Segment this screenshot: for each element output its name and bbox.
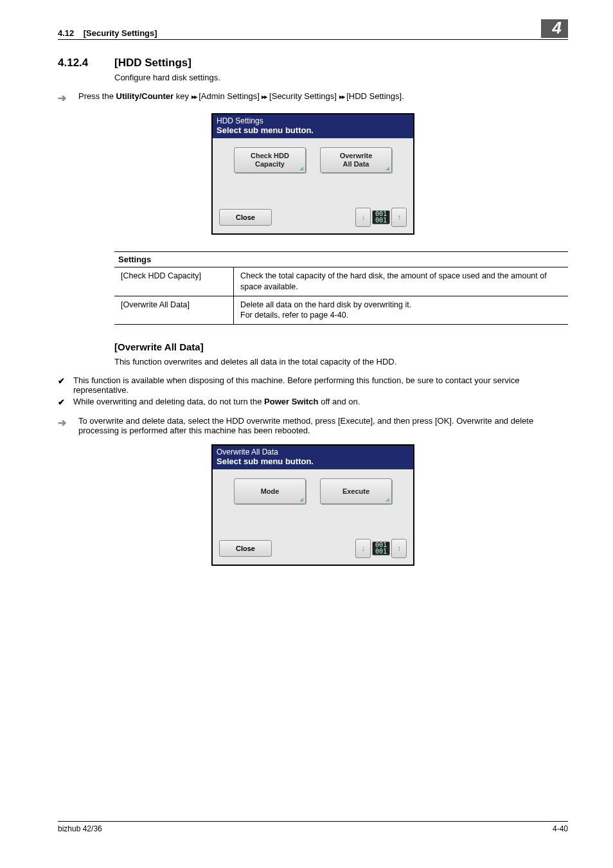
table-row: [Overwrite All Data] Delete all data on … bbox=[114, 296, 568, 325]
lcd1-subtitle: Select sub menu button. bbox=[217, 125, 409, 136]
execute-button[interactable]: Execute bbox=[320, 478, 392, 504]
header-section-number: 4.12 bbox=[58, 28, 74, 38]
dbl-arrow-icon: ▸▸ bbox=[191, 93, 197, 100]
mode-button[interactable]: Mode bbox=[234, 478, 306, 504]
section-number: 4.12.4 bbox=[58, 57, 114, 69]
settings-header: Settings bbox=[114, 251, 568, 267]
note-text-b: Power Switch bbox=[264, 397, 319, 406]
footer-right: 4-40 bbox=[553, 824, 568, 833]
lcd-panel-overwrite-all-data: Overwrite All Data Select sub menu butto… bbox=[211, 444, 414, 566]
subsection-intro: This function overwrites and deletes all… bbox=[114, 356, 568, 368]
lcd2-subtitle: Select sub menu button. bbox=[217, 457, 409, 467]
lcd2-title: Overwrite All Data bbox=[217, 448, 409, 457]
note-item: ✔ This function is available when dispos… bbox=[58, 375, 568, 395]
arrow-right-icon: ➔ bbox=[58, 417, 73, 429]
page-down-button[interactable]: ↓ bbox=[355, 208, 371, 227]
bc-rest: key bbox=[173, 91, 191, 101]
chapter-number-badge: 4 bbox=[541, 19, 568, 38]
bc3: [HDD Settings]. bbox=[346, 91, 404, 101]
note-text-c: off and on. bbox=[319, 397, 360, 406]
setting-name: [Overwrite All Data] bbox=[114, 296, 234, 325]
page-up-button[interactable]: ↑ bbox=[391, 539, 407, 558]
page-counter: 001 001 bbox=[372, 541, 390, 556]
page-footer: bizhub 42/36 4-40 bbox=[58, 821, 568, 833]
footer-left: bizhub 42/36 bbox=[58, 824, 102, 833]
bc2: [Security Settings] bbox=[269, 91, 337, 101]
section-title: [HDD Settings] bbox=[114, 57, 191, 69]
table-row: [Check HDD Capacity] Check the total cap… bbox=[114, 267, 568, 296]
close-button[interactable]: Close bbox=[219, 209, 272, 226]
page-up-button[interactable]: ↑ bbox=[391, 208, 407, 227]
dbl-arrow-icon: ▸▸ bbox=[339, 93, 344, 100]
dbl-arrow-icon: ▸▸ bbox=[262, 93, 267, 100]
checkmark-icon: ✔ bbox=[58, 397, 73, 407]
setting-name: [Check HDD Capacity] bbox=[114, 267, 234, 296]
step-instruction: ➔ To overwrite and delete data, select t… bbox=[58, 416, 568, 435]
subsection-title: [Overwrite All Data] bbox=[114, 341, 568, 352]
bc-prefix: Press the bbox=[78, 91, 116, 101]
breadcrumb-instruction: ➔ Press the Utility/Counter key ▸▸ [Admi… bbox=[58, 91, 568, 104]
section-intro: Configure hard disk settings. bbox=[114, 72, 568, 84]
page-header: 4.12 [Security Settings] 4 bbox=[58, 19, 568, 40]
setting-desc: Delete all data on the hard disk by over… bbox=[234, 296, 569, 325]
close-button[interactable]: Close bbox=[219, 540, 272, 557]
header-title: [Security Settings] bbox=[84, 28, 157, 38]
note-item: ✔ While overwriting and deleting data, d… bbox=[58, 397, 568, 407]
settings-table: Settings [Check HDD Capacity] Check the … bbox=[114, 251, 568, 325]
note-text-a: While overwriting and deleting data, do … bbox=[73, 397, 264, 406]
overwrite-all-data-button[interactable]: OverwriteAll Data bbox=[320, 147, 392, 173]
step-text: To overwrite and delete data, select the… bbox=[78, 416, 568, 435]
page-down-button[interactable]: ↓ bbox=[355, 539, 371, 558]
note-text: This function is available when disposin… bbox=[73, 375, 568, 395]
lcd-panel-hdd-settings: HDD Settings Select sub menu button. Che… bbox=[211, 113, 414, 235]
arrow-right-icon: ➔ bbox=[58, 92, 73, 104]
setting-desc: Check the total capacity of the hard dis… bbox=[234, 267, 569, 296]
page-counter-bot: 001 bbox=[373, 548, 389, 555]
bc-key: Utility/Counter bbox=[116, 91, 174, 101]
page-counter: 001 001 bbox=[372, 210, 390, 224]
lcd1-title: HDD Settings bbox=[217, 116, 409, 125]
checkmark-icon: ✔ bbox=[58, 375, 73, 386]
bc1: [Admin Settings] bbox=[199, 91, 260, 101]
check-hdd-capacity-button[interactable]: Check HDDCapacity bbox=[234, 147, 306, 173]
page-counter-bot: 001 bbox=[373, 217, 389, 224]
